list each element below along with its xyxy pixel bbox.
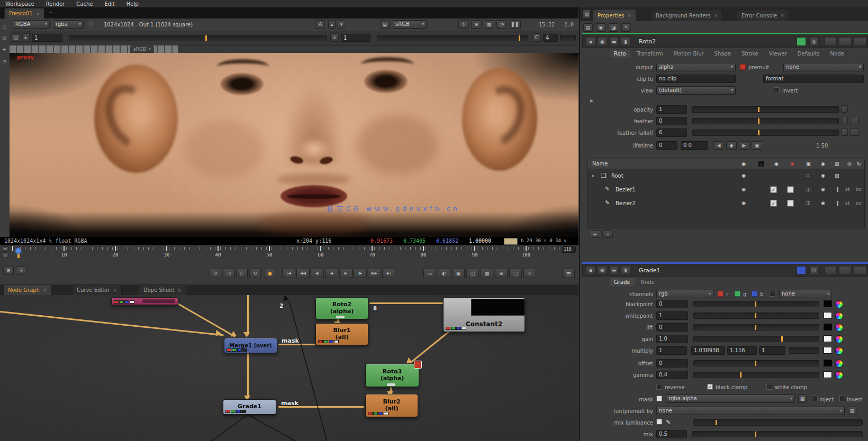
extra-slider[interactable] — [560, 35, 576, 41]
next-key-icon[interactable]: ▶ — [739, 141, 749, 150]
tab-transform[interactable]: Transform — [632, 50, 667, 58]
pen-edit-icon[interactable]: ✎ — [666, 419, 671, 426]
loop-icon[interactable]: ∞ — [523, 269, 536, 278]
blackpoint-swatch[interactable] — [824, 300, 832, 307]
mask-from-icon[interactable]: ▦ — [798, 394, 807, 403]
gamma-slider-icon[interactable]: ∨ — [330, 33, 339, 42]
mix-luminance-slider[interactable] — [693, 419, 863, 426]
gain-colorwheel-icon[interactable] — [835, 335, 843, 343]
close-panel-button[interactable] — [854, 266, 866, 274]
gamma-button[interactable]: ◒ — [380, 20, 390, 29]
opacity-field[interactable]: 1 — [656, 105, 687, 114]
tab-error-console[interactable]: Error Console× — [737, 9, 789, 21]
help-icon[interactable]: ◎ — [809, 266, 819, 274]
node-grade1[interactable]: Grade1 — [223, 399, 276, 415]
menu-item-render[interactable]: Render — [46, 1, 65, 7]
header-icon-2[interactable]: ▬ — [609, 37, 619, 46]
tab-motion-blur[interactable]: Motion Blur — [669, 50, 708, 58]
mix-field[interactable]: 0.5 — [656, 430, 687, 438]
gain-button[interactable]: A — [315, 20, 325, 29]
whitepoint-field[interactable]: 1 — [656, 311, 688, 320]
tab-node[interactable]: Node — [826, 50, 848, 58]
play-forward-button[interactable]: ▶ — [339, 269, 352, 278]
header-icon-1[interactable]: ◉ — [598, 266, 607, 274]
record-button[interactable]: ● — [265, 269, 275, 278]
timeline-icon-0[interactable]: ≡ — [2, 246, 9, 252]
gamma-slider[interactable] — [693, 372, 819, 378]
gain-caret-up[interactable]: ▴ — [328, 20, 336, 29]
wipe-icon[interactable]: ▦ — [484, 20, 494, 29]
prev-icon[interactable]: ◁ — [223, 269, 234, 278]
viewer-image[interactable]: proxy 技艺CG www.qdnxxfb.cn — [10, 53, 578, 237]
red-channel-checkbox[interactable] — [718, 291, 724, 297]
gain-caret-down[interactable]: ▾ — [338, 20, 345, 29]
node-constant2[interactable]: Constant2 — [443, 297, 525, 332]
range-icon-6[interactable]: ▢ — [509, 269, 522, 278]
gamma-slider[interactable] — [377, 35, 528, 41]
lifetime-field-2[interactable]: 0 0 — [681, 141, 708, 150]
remove-shape-button[interactable]: – — [602, 231, 613, 238]
feather-extra-button[interactable] — [850, 117, 858, 124]
panel-menu-icon[interactable]: ▤ — [583, 10, 591, 19]
gain-field[interactable]: 1.0 — [656, 335, 688, 343]
blue-channel-checkbox[interactable] — [752, 291, 757, 297]
goto-end-button[interactable]: ▶| — [382, 269, 395, 278]
channels-combo[interactable]: rgb▾ — [656, 290, 713, 298]
opacity-dot[interactable]: ◉ — [821, 173, 825, 178]
step-back-button[interactable]: ◀| — [311, 269, 324, 278]
next-icon[interactable]: ▷ — [236, 269, 248, 278]
feather-field[interactable]: 0 — [656, 117, 687, 125]
menu-item-edit[interactable]: Edit — [104, 1, 114, 7]
opacity-column-icon[interactable]: ◉ — [821, 161, 825, 167]
range-icon-5[interactable]: ⊞ — [495, 269, 508, 278]
opacity-slider[interactable] — [692, 106, 839, 113]
tab-roto[interactable]: Roto — [610, 50, 630, 58]
opacity-dot[interactable]: ◉ — [821, 187, 825, 192]
menu-item-cache[interactable]: Cache — [76, 1, 93, 7]
header-icon-0[interactable]: ▪ — [586, 266, 595, 274]
lift-slider[interactable] — [693, 324, 819, 330]
mask-channel-combo[interactable]: rgba.alpha▾ — [666, 394, 795, 403]
node-color-swatch[interactable] — [797, 37, 806, 46]
close-icon[interactable]: × — [36, 11, 40, 16]
step-forward-button[interactable]: |▶ — [354, 269, 367, 278]
lift-colorwheel-icon[interactable] — [835, 324, 843, 332]
float-button[interactable] — [839, 266, 852, 274]
gamma-value-field[interactable]: 1 — [341, 34, 370, 42]
tab-stroke[interactable]: Stroke — [737, 50, 763, 58]
whitepoint-swatch[interactable] — [824, 312, 832, 319]
close-icon[interactable]: × — [628, 13, 632, 18]
timeline-icon-1[interactable]: ⊟ — [2, 253, 9, 258]
matte-toggle[interactable]: ▫ — [806, 173, 809, 178]
proxy-toggle-icon[interactable]: ◔ — [496, 20, 507, 29]
mask-enable-checkbox[interactable] — [656, 396, 662, 401]
invert-checkbox[interactable] — [774, 87, 780, 93]
node-graph-canvas[interactable]: mask mask 2 8 Roto2 (alpha) Blur1 (all) … — [0, 295, 578, 441]
close-icon[interactable]: × — [714, 13, 718, 18]
menu-item-workspace[interactable]: Workspace — [5, 1, 34, 7]
set-key-icon[interactable]: ◆ — [726, 141, 737, 150]
gain-value-field[interactable]: 1 — [32, 34, 62, 42]
feather-falloff-field[interactable]: 6 — [656, 128, 687, 137]
range-icon-4[interactable]: ▦ — [481, 269, 493, 278]
menu-item-help[interactable]: Help — [126, 1, 139, 7]
node-merge1[interactable]: Merge1 (over) — [224, 338, 277, 353]
blackpoint-slider[interactable] — [693, 301, 819, 307]
matte-toggle[interactable]: ◫ — [806, 187, 811, 192]
tab-dope-sheet[interactable]: Dope Sheet× — [139, 284, 186, 295]
tab-viewer[interactable]: Viewer — [765, 50, 791, 58]
help-icon[interactable]: ◎ — [809, 37, 819, 46]
premult-checkbox[interactable] — [740, 64, 746, 70]
tab-shape[interactable]: Shape — [710, 50, 735, 58]
multiply-colorwheel-icon[interactable] — [835, 347, 843, 355]
display-channel-combo[interactable]: rgba▾ — [53, 20, 84, 29]
lock-range-icon[interactable]: ⬒ — [562, 269, 575, 278]
header-icon-2[interactable]: ▬ — [609, 266, 619, 274]
mix-luminance-checkbox[interactable] — [656, 419, 662, 425]
gamma-swatch[interactable] — [824, 371, 832, 378]
blend-bar[interactable]: ❙ — [836, 187, 840, 192]
node-blur1[interactable]: Blur1 (all) — [315, 323, 368, 345]
falloff-extra-button[interactable] — [850, 128, 858, 136]
gamma-colorwheel-icon[interactable] — [835, 371, 843, 379]
extra-slider-icon[interactable]: C — [532, 33, 541, 42]
